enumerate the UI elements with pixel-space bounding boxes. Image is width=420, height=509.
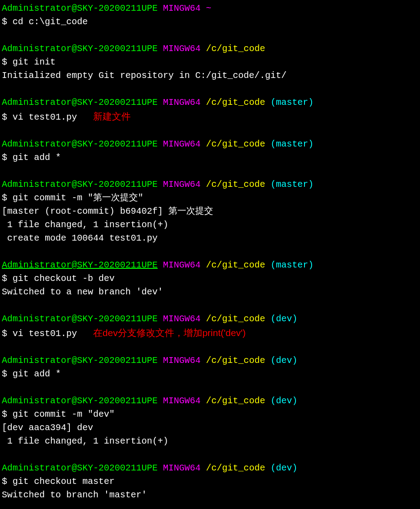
branch: (master) xyxy=(270,97,313,108)
path: /c/git_code xyxy=(206,260,265,270)
command-line[interactable]: $ git add * xyxy=(2,151,418,164)
terminal-block: Administrator@SKY-20200211UPE MINGW64 /c… xyxy=(2,259,418,299)
command: git add * xyxy=(13,369,61,379)
command-line[interactable]: $ git commit -m "第一次提交" xyxy=(2,191,418,205)
path: /c/git_code xyxy=(206,314,265,324)
terminal-block: Administrator@SKY-20200211UPE MINGW64 /c… xyxy=(2,312,418,341)
command: vi test01.py xyxy=(13,112,77,122)
user-host: Administrator@SKY-20200211UPE xyxy=(2,314,158,324)
prompt-symbol: $ xyxy=(2,193,7,203)
command: vi test01.py xyxy=(13,328,77,339)
command-line[interactable]: $ git checkout -b dev xyxy=(2,272,418,285)
output-line: Switched to a new branch 'dev' xyxy=(2,285,418,299)
prompt-symbol: $ xyxy=(2,112,7,122)
terminal-output: Administrator@SKY-20200211UPE MINGW64 ~ … xyxy=(2,2,418,509)
output-line: Initialized empty Git repository in C:/g… xyxy=(2,69,418,82)
branch: (dev) xyxy=(270,463,297,473)
prompt-symbol: $ xyxy=(2,328,7,339)
prompt-line: Administrator@SKY-20200211UPE MINGW64 /c… xyxy=(2,312,418,326)
path: /c/git_code xyxy=(206,43,265,54)
output-line: 1 file changed, 1 insertion(+) xyxy=(2,218,418,232)
shell-name: MINGW64 xyxy=(163,260,201,270)
command-line[interactable]: $ vi test01.py 新建文件 xyxy=(2,109,418,124)
branch: (dev) xyxy=(270,314,297,324)
shell-name: MINGW64 xyxy=(163,139,201,149)
prompt-line: Administrator@SKY-20200211UPE MINGW64 /c… xyxy=(2,42,418,56)
prompt-line: Administrator@SKY-20200211UPE MINGW64 /c… xyxy=(2,138,418,151)
prompt-symbol: $ xyxy=(2,409,7,419)
annotation: 在dev分支修改文件，增加print('dev') xyxy=(93,328,246,338)
user-host: Administrator@SKY-20200211UPE xyxy=(2,179,158,190)
user-host: Administrator@SKY-20200211UPE xyxy=(2,3,158,13)
command: git checkout master xyxy=(13,476,115,487)
prompt-line: Administrator@SKY-20200211UPE MINGW64 /c… xyxy=(2,96,418,109)
prompt-symbol: $ xyxy=(2,476,7,487)
user-host: Administrator@SKY-20200211UPE xyxy=(2,463,158,473)
branch: (dev) xyxy=(270,355,297,366)
user-host: Administrator@SKY-20200211UPE xyxy=(2,260,158,270)
prompt-symbol: $ xyxy=(2,273,7,284)
prompt-symbol: $ xyxy=(2,17,7,27)
prompt-line: Administrator@SKY-20200211UPE MINGW64 ~ xyxy=(2,2,418,15)
terminal-block: Administrator@SKY-20200211UPE MINGW64 ~ … xyxy=(2,2,418,29)
prompt-symbol: $ xyxy=(2,57,7,67)
command: git init xyxy=(13,57,56,67)
command-line[interactable]: $ git commit -m "dev" xyxy=(2,408,418,421)
shell-name: MINGW64 xyxy=(163,463,201,473)
output-line: [dev aaca394] dev xyxy=(2,421,418,435)
command: git checkout -b dev xyxy=(13,273,115,284)
output-line: [master (root-commit) b69402f] 第一次提交 xyxy=(2,205,418,218)
command-line[interactable]: $ git init xyxy=(2,56,418,69)
path: /c/git_code xyxy=(206,139,265,149)
user-host: Administrator@SKY-20200211UPE xyxy=(2,139,158,149)
terminal-block: Administrator@SKY-20200211UPE MINGW64 /c… xyxy=(2,354,418,381)
prompt-symbol: $ xyxy=(2,369,7,379)
path: /c/git_code xyxy=(206,179,265,190)
shell-name: MINGW64 xyxy=(163,97,201,108)
command: cd c:\git_code xyxy=(13,17,88,27)
shell-name: MINGW64 xyxy=(163,355,201,366)
shell-name: MINGW64 xyxy=(163,396,201,406)
command-line[interactable]: $ git checkout master xyxy=(2,475,418,488)
user-host: Administrator@SKY-20200211UPE xyxy=(2,43,158,54)
branch: (master) xyxy=(270,260,313,270)
user-host: Administrator@SKY-20200211UPE xyxy=(2,355,158,366)
command-line[interactable]: $ git add * xyxy=(2,367,418,381)
command: git commit -m "第一次提交" xyxy=(13,193,143,203)
command: git commit -m "dev" xyxy=(13,409,115,419)
output-line: Switched to branch 'master' xyxy=(2,488,418,502)
path: /c/git_code xyxy=(206,396,265,406)
terminal-block: Administrator@SKY-20200211UPE MINGW64 /c… xyxy=(2,462,418,502)
shell-name: MINGW64 xyxy=(163,179,201,190)
user-host: Administrator@SKY-20200211UPE xyxy=(2,396,158,406)
branch: (dev) xyxy=(270,396,297,406)
terminal-block: Administrator@SKY-20200211UPE MINGW64 /c… xyxy=(2,42,418,82)
output-line: 1 file changed, 1 insertion(+) xyxy=(2,435,418,448)
terminal-block: Administrator@SKY-20200211UPE MINGW64 /c… xyxy=(2,96,418,124)
annotation: 新建文件 xyxy=(93,111,131,121)
terminal-block: Administrator@SKY-20200211UPE MINGW64 /c… xyxy=(2,178,418,245)
path: /c/git_code xyxy=(206,463,265,473)
shell-name: MINGW64 xyxy=(163,3,201,13)
prompt-line: Administrator@SKY-20200211UPE MINGW64 /c… xyxy=(2,354,418,367)
output-line: create mode 100644 test01.py xyxy=(2,232,418,245)
path: /c/git_code xyxy=(206,355,265,366)
prompt-line: Administrator@SKY-20200211UPE MINGW64 /c… xyxy=(2,178,418,191)
user-host: Administrator@SKY-20200211UPE xyxy=(2,97,158,108)
branch: (master) xyxy=(270,139,313,149)
terminal-block: Administrator@SKY-20200211UPE MINGW64 /c… xyxy=(2,394,418,448)
shell-name: MINGW64 xyxy=(163,43,201,54)
command: git add * xyxy=(13,152,61,163)
prompt-symbol: $ xyxy=(2,152,7,163)
prompt-line: Administrator@SKY-20200211UPE MINGW64 /c… xyxy=(2,259,418,272)
command-line[interactable]: $ vi test01.py 在dev分支修改文件，增加print('dev') xyxy=(2,326,418,341)
shell-name: MINGW64 xyxy=(163,314,201,324)
terminal-block: Administrator@SKY-20200211UPE MINGW64 /c… xyxy=(2,138,418,164)
prompt-line: Administrator@SKY-20200211UPE MINGW64 /c… xyxy=(2,462,418,475)
prompt-line: Administrator@SKY-20200211UPE MINGW64 /c… xyxy=(2,394,418,408)
path: ~ xyxy=(206,3,211,13)
path: /c/git_code xyxy=(206,97,265,108)
branch: (master) xyxy=(270,179,313,190)
command-line[interactable]: $ cd c:\git_code xyxy=(2,15,418,29)
